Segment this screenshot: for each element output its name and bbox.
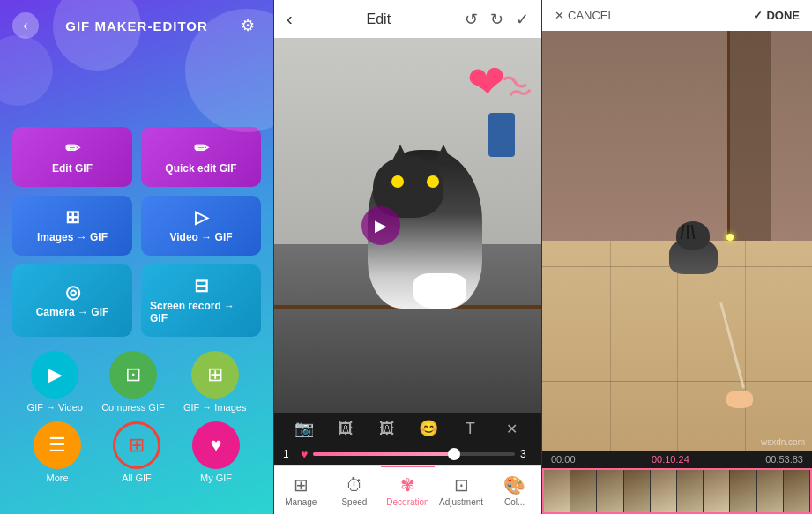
screen-record-label: Screen record → GIF: [150, 300, 252, 324]
quick-edit-label: Quick edit GIF: [165, 162, 236, 175]
tab-color-label: Col...: [504, 497, 525, 507]
camera-frame-icon[interactable]: 📷: [283, 419, 324, 438]
tab-decoration[interactable]: ✾ Decoration: [381, 466, 435, 514]
edit-back-button[interactable]: ‹: [287, 9, 293, 29]
my-gif-item[interactable]: ♥ My GIF: [192, 421, 240, 483]
cancel-label: CANCEL: [568, 9, 615, 22]
images-gif-icon: ⊞: [65, 208, 80, 226]
compress-gif-label: Compress GIF: [101, 402, 165, 413]
edit-gif-label: Edit GIF: [52, 162, 93, 175]
circle-row-1: ▶ GIF → Video ⊡ Compress GIF ⊞ GIF → Ima…: [0, 342, 273, 414]
edit-timeline: 1 ♥ 3: [274, 443, 541, 465]
timeline-thumb[interactable]: [448, 448, 460, 460]
all-gif-label: All GIF: [122, 473, 152, 483]
film-frame-10: [784, 470, 810, 512]
speed-icon: ⏱: [346, 475, 363, 495]
gif-images-item[interactable]: ⊞ GIF → Images: [183, 351, 247, 413]
time-start: 00:00: [551, 454, 576, 465]
main-grid: ✏ Edit GIF ✏ Quick edit GIF ⊞ Images → G…: [0, 127, 273, 337]
video-gif-icon: ▷: [195, 208, 208, 226]
done-button[interactable]: ✓ DONE: [753, 9, 800, 22]
camera-gif-button[interactable]: ◎ Camera → GIF: [12, 264, 132, 337]
video-header: ✕ CANCEL ✓ DONE: [542, 0, 812, 31]
quick-edit-gif-button[interactable]: ✏ Quick edit GIF: [141, 127, 261, 187]
cancel-button[interactable]: ✕ CANCEL: [555, 9, 615, 22]
done-check-icon: ✓: [753, 9, 763, 22]
more-circle: ☰: [34, 421, 81, 469]
timeline-track[interactable]: [313, 452, 515, 456]
my-gif-label: My GIF: [200, 473, 232, 483]
image-frame-icon2[interactable]: 🖼: [366, 420, 407, 438]
play-button[interactable]: ▶: [361, 206, 400, 245]
more-item[interactable]: ☰ More: [34, 421, 81, 483]
edit-header: ‹ Edit ↺ ↻ ✓: [274, 0, 541, 38]
video-timebar: 00:00 00:10.24 00:53.83: [542, 451, 812, 468]
confirm-button[interactable]: ✓: [516, 10, 529, 29]
film-frame-7: [704, 470, 730, 512]
screen-record-icon: ⊟: [194, 277, 209, 294]
tab-adjustment-label: Adjustment: [439, 497, 483, 507]
timeline-end: 3: [520, 448, 533, 460]
edit-tabs: ⊞ Manage ⏱ Speed ✾ Decoration ⊡ Adjustme…: [274, 465, 541, 514]
camera-gif-label: Camera → GIF: [36, 306, 109, 318]
manage-icon: ⊞: [294, 474, 309, 495]
video-filmstrip[interactable]: [542, 468, 812, 514]
gif-video-circle: ▶: [31, 351, 78, 399]
text-icon[interactable]: T: [450, 420, 491, 438]
gif-video-label: GIF → Video: [27, 402, 83, 413]
tab-decoration-label: Decoration: [386, 497, 428, 507]
image-frame-icon[interactable]: 🖼: [324, 420, 366, 438]
film-frame-2: [570, 470, 597, 512]
film-frame-8: [730, 470, 756, 512]
edit-title: Edit: [367, 11, 391, 27]
compress-gif-item[interactable]: ⊡ Compress GIF: [101, 351, 165, 413]
tab-color[interactable]: 🎨 Col...: [488, 466, 541, 514]
adjustment-icon: ⊡: [454, 474, 469, 495]
film-frame-4: [624, 470, 651, 512]
decoration-icon: ✾: [400, 474, 415, 495]
video-gif-label: Video → GIF: [169, 231, 232, 243]
time-end: 00:53.83: [765, 454, 803, 465]
all-gif-item[interactable]: ⊞ All GIF: [113, 421, 160, 483]
redo-button[interactable]: ↻: [490, 10, 503, 29]
edit-frame-row: 📷 🖼 🖼 😊 T ✕: [274, 413, 541, 443]
tab-manage[interactable]: ⊞ Manage: [274, 466, 328, 514]
images-gif-button[interactable]: ⊞ Images → GIF: [12, 196, 132, 256]
gif-video-item[interactable]: ▶ GIF → Video: [27, 351, 83, 413]
compress-gif-circle: ⊡: [109, 351, 157, 399]
screen-record-button[interactable]: ⊟ Screen record → GIF: [141, 264, 261, 337]
circle-row-2: ☰ More ⊞ All GIF ♥ My GIF: [0, 414, 273, 492]
edit-gif-icon: ✏: [65, 139, 80, 157]
edit-gif-button[interactable]: ✏ Edit GIF: [12, 127, 132, 187]
undo-button[interactable]: ↺: [465, 10, 478, 29]
color-icon: 🎨: [503, 474, 525, 495]
tab-speed-label: Speed: [341, 497, 367, 507]
gif-maker-panel: ‹ GIF MAKER-EDITOR ⚙ ✏ Edit GIF ✏ Quick …: [0, 0, 273, 514]
images-gif-label: Images → GIF: [37, 231, 108, 243]
film-frame-3: [597, 470, 623, 512]
timeline-start: 1: [283, 448, 295, 460]
quick-edit-icon: ✏: [194, 139, 209, 157]
sticker-icon[interactable]: 😊: [408, 419, 450, 438]
timeline-fill: [313, 452, 454, 456]
video-gif-button[interactable]: ▷ Video → GIF: [141, 196, 261, 256]
tab-adjustment[interactable]: ⊡ Adjustment: [435, 466, 488, 514]
panel1-banner: [0, 48, 273, 118]
gif-images-label: GIF → Images: [183, 402, 247, 413]
edit-canvas: ❤ 〜 〜 ▶: [274, 38, 541, 413]
video-editor-panel: ✕ CANCEL ✓ DONE: [542, 0, 812, 514]
film-frame-6: [677, 470, 704, 512]
more-label: More: [46, 473, 68, 483]
film-frame-5: [651, 470, 677, 512]
all-gif-circle: ⊞: [113, 421, 160, 469]
tab-manage-label: Manage: [285, 497, 317, 507]
film-frame-9: [757, 470, 784, 512]
tab-speed[interactable]: ⏱ Speed: [328, 466, 382, 514]
video-canvas: wsxdn.com: [542, 31, 812, 451]
cancel-x-icon: ✕: [555, 9, 564, 22]
film-frame-1: [544, 470, 570, 512]
done-label: DONE: [766, 9, 800, 22]
gif-images-circle: ⊞: [191, 351, 239, 399]
edit-actions: ↺ ↻ ✓: [465, 10, 529, 29]
close-frame-icon[interactable]: ✕: [491, 421, 533, 437]
